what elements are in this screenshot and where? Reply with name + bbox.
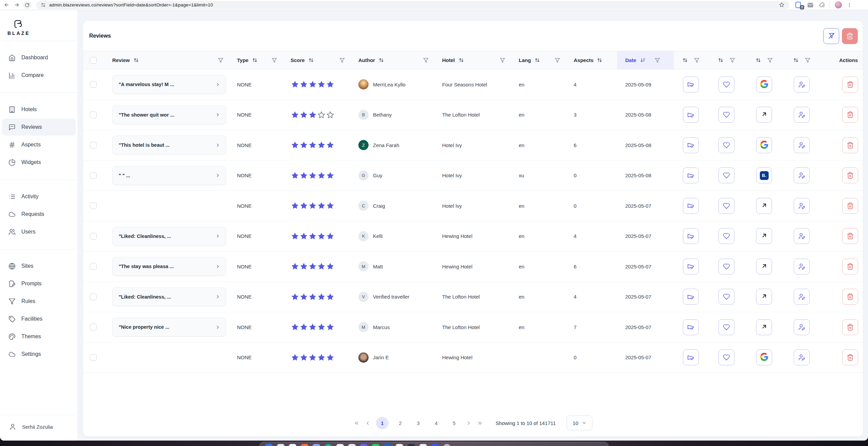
announce-button[interactable] — [683, 198, 699, 214]
browser-back-button[interactable] — [3, 1, 10, 9]
row-checkbox[interactable] — [90, 233, 97, 240]
source-button[interactable] — [756, 228, 772, 244]
filter-icon[interactable] — [555, 58, 560, 63]
delete-row-button[interactable] — [842, 228, 858, 244]
sidebar-item-compare[interactable]: Compare — [2, 67, 76, 84]
review-pill[interactable]: "Nice property nice ... — [112, 318, 226, 337]
review-pill[interactable]: " " ... — [112, 166, 226, 185]
favorite-button[interactable] — [718, 259, 734, 275]
sidebar-item-users[interactable]: Users — [2, 223, 76, 240]
filter-icon[interactable] — [500, 58, 505, 63]
sidebar-item-dashboard[interactable]: Dashboard — [2, 49, 76, 66]
dock-app-icon[interactable] — [372, 444, 379, 446]
favorite-button[interactable] — [718, 319, 734, 335]
filter-icon[interactable] — [339, 58, 345, 63]
dock-app-icon[interactable] — [336, 444, 344, 446]
sort-icon[interactable] — [252, 57, 258, 63]
filter-icon[interactable] — [655, 58, 660, 63]
sidebar-item-facilities[interactable]: Facilities — [2, 310, 76, 327]
favorite-button[interactable] — [718, 167, 734, 183]
clear-filters-button[interactable] — [823, 28, 839, 44]
dock-app-icon[interactable] — [277, 444, 284, 446]
source-button[interactable] — [756, 107, 772, 123]
page-button-5[interactable]: 5 — [448, 417, 460, 429]
delete-row-button[interactable] — [842, 167, 858, 183]
extension-button[interactable]: 2 — [795, 2, 802, 8]
assign-user-button[interactable] — [794, 289, 810, 305]
dock-app-icon[interactable] — [396, 444, 403, 446]
favorite-button[interactable] — [718, 137, 734, 153]
row-checkbox[interactable] — [90, 202, 97, 209]
favorite-button[interactable] — [718, 349, 734, 365]
sidebar-item-prompts[interactable]: Prompts — [2, 275, 76, 292]
delete-row-button[interactable] — [842, 259, 858, 275]
source-button[interactable] — [756, 259, 772, 275]
assign-user-button[interactable] — [794, 319, 810, 335]
sidebar-item-rules[interactable]: Rules — [2, 293, 76, 310]
delete-row-button[interactable] — [842, 137, 858, 153]
assign-user-button[interactable] — [794, 228, 810, 244]
delete-selected-button[interactable] — [842, 28, 858, 44]
assign-user-button[interactable] — [794, 259, 810, 275]
browser-menu-button[interactable] — [847, 2, 852, 8]
address-bar[interactable]: admin.blazereviews.co/reviews?sortField=… — [36, 1, 789, 9]
prev-page-button[interactable] — [365, 420, 371, 426]
filter-icon[interactable] — [218, 58, 223, 63]
filter-icon[interactable] — [805, 58, 810, 63]
announce-button[interactable] — [683, 167, 699, 183]
source-button[interactable]: B. — [756, 167, 772, 183]
page-button-4[interactable]: 4 — [430, 417, 442, 429]
delete-row-button[interactable] — [842, 349, 858, 365]
dock-app-icon[interactable] — [431, 444, 439, 446]
browser-forward-button[interactable] — [13, 1, 20, 9]
first-page-button[interactable] — [354, 420, 359, 426]
sort-icon[interactable] — [682, 57, 688, 63]
announce-button[interactable] — [683, 77, 699, 93]
sidebar-item-widgets[interactable]: Widgets — [2, 154, 76, 171]
review-pill[interactable]: "The stay was pleasa ... — [112, 257, 226, 276]
filter-icon[interactable] — [767, 58, 773, 63]
assign-user-button[interactable] — [794, 167, 810, 183]
row-checkbox[interactable] — [90, 354, 97, 361]
assign-user-button[interactable] — [794, 137, 810, 153]
dock-app-icon[interactable] — [419, 444, 427, 446]
select-all-checkbox[interactable] — [90, 57, 97, 64]
source-button[interactable] — [756, 319, 772, 335]
announce-button[interactable] — [683, 107, 699, 123]
sort-icon[interactable] — [308, 57, 314, 63]
favorite-button[interactable] — [718, 107, 734, 123]
last-page-button[interactable] — [477, 420, 483, 426]
dock-app-icon[interactable] — [324, 444, 332, 446]
sort-icon[interactable] — [534, 57, 540, 63]
favorite-button[interactable] — [718, 198, 734, 214]
sidebar-item-reviews[interactable]: Reviews — [2, 119, 76, 136]
dock-app-icon[interactable] — [265, 444, 273, 446]
sort-icon[interactable] — [458, 57, 464, 63]
sort-icon[interactable] — [718, 57, 724, 63]
delete-row-button[interactable] — [842, 107, 858, 123]
sidebar-item-hotels[interactable]: Hotels — [2, 101, 76, 118]
filter-icon[interactable] — [694, 58, 699, 63]
sidebar-item-sites[interactable]: Sites — [2, 258, 76, 275]
sort-icon[interactable] — [793, 57, 799, 63]
announce-button[interactable] — [683, 137, 699, 153]
source-button[interactable] — [756, 137, 772, 153]
dock-app-icon[interactable] — [289, 444, 296, 446]
dock-app-icon[interactable] — [301, 444, 308, 446]
filter-icon[interactable] — [730, 58, 735, 63]
sort-icon[interactable] — [597, 57, 603, 63]
assign-user-button[interactable] — [794, 198, 810, 214]
sort-icon[interactable] — [133, 57, 139, 63]
filter-icon[interactable] — [423, 58, 429, 63]
announce-button[interactable] — [683, 319, 699, 335]
row-checkbox[interactable] — [90, 81, 97, 88]
delete-row-button[interactable] — [842, 77, 858, 93]
row-checkbox[interactable] — [90, 142, 97, 148]
row-checkbox[interactable] — [90, 112, 97, 118]
sort-icon[interactable] — [378, 57, 384, 63]
next-page-button[interactable] — [466, 420, 472, 426]
mail-icon[interactable] — [807, 2, 814, 8]
review-pill[interactable]: "Liked: Cleanliness, ... — [112, 227, 226, 246]
delete-row-button[interactable] — [842, 319, 858, 335]
assign-user-button[interactable] — [794, 349, 810, 365]
